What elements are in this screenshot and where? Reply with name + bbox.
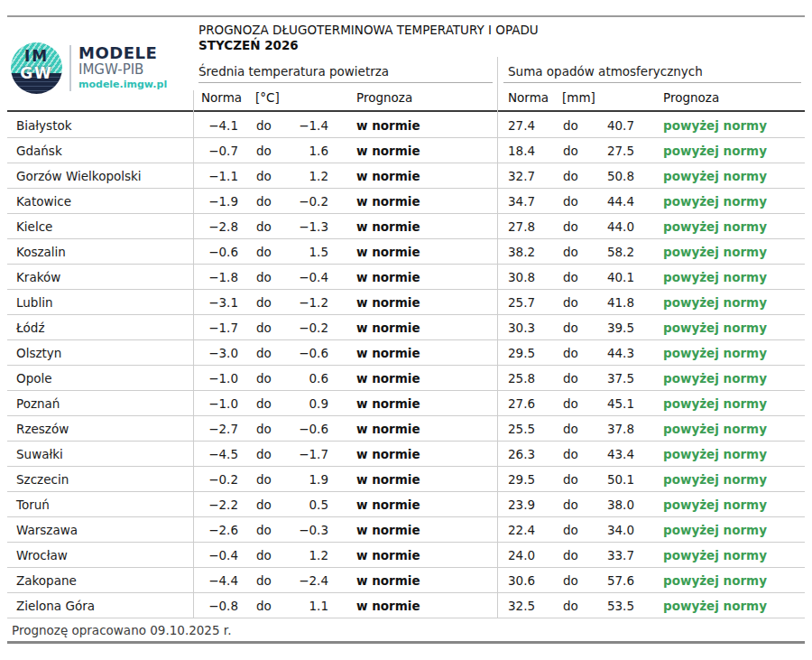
precip-norm-max: 53.5	[600, 599, 637, 613]
precip-norm-max: 45.1	[600, 396, 637, 411]
precip-norm-max: 37.8	[600, 422, 637, 436]
precip-norm-min: 23.9	[497, 497, 551, 512]
precip-norm-max: 43.4	[600, 447, 637, 461]
temp-norm-min: −0.2	[193, 472, 241, 487]
precip-group-underline	[503, 82, 801, 83]
temp-range-word: do	[241, 219, 289, 234]
precip-norm-max: 27.5	[600, 144, 637, 158]
precip-norm-min: 25.8	[497, 371, 551, 386]
temp-norm-min: −0.7	[193, 144, 241, 158]
city-label: Lublin	[7, 295, 193, 310]
temp-norm-min: −1.7	[193, 321, 241, 335]
temp-forecast-value: w normie	[331, 422, 497, 436]
city-label: Kraków	[7, 270, 193, 284]
precip-range-word: do	[551, 497, 600, 512]
forecast-table-body: Białystok −4.1 do −1.4 w normie 27.4 do …	[7, 113, 805, 618]
temp-norm-min: −3.1	[193, 295, 241, 310]
precip-norm-min: 32.5	[497, 599, 551, 613]
report-month: STYCZEŃ 2026	[198, 38, 299, 52]
precip-range-word: do	[551, 599, 600, 613]
precip-norm-min: 30.8	[497, 270, 551, 284]
temp-range-word: do	[241, 118, 289, 133]
precip-range-word: do	[551, 321, 600, 335]
temp-range-word: do	[241, 295, 289, 310]
temp-range-word: do	[241, 422, 289, 436]
city-label: Gdańsk	[7, 144, 193, 158]
city-label: Poznań	[7, 396, 193, 411]
temp-norm-max: 1.9	[289, 472, 331, 487]
temp-range-word: do	[241, 472, 289, 487]
temp-norm-max: 1.2	[289, 548, 331, 562]
temp-forecast-value: w normie	[331, 371, 497, 386]
temp-range-word: do	[241, 523, 289, 537]
temp-unit-header: [°C]	[255, 90, 280, 105]
temp-norm-max: −0.6	[289, 422, 331, 436]
precip-range-word: do	[551, 396, 600, 411]
precip-group-header: Suma opadów atmosferycznych	[508, 64, 703, 79]
precip-norm-min: 29.5	[497, 346, 551, 360]
city-label: Szczecin	[7, 472, 193, 487]
city-label: Koszalin	[7, 245, 193, 259]
precip-range-word: do	[551, 144, 600, 158]
temp-forecast-value: w normie	[331, 599, 497, 613]
logo-divider	[69, 45, 71, 91]
precip-norm-max: 40.1	[600, 270, 637, 284]
precip-norm-min: 27.4	[497, 118, 551, 133]
precip-range-word: do	[551, 245, 600, 259]
city-label: Białystok	[7, 118, 193, 133]
table-row: Suwałki −4.5 do −1.7 w normie 26.3 do 43…	[7, 442, 805, 467]
table-row: Szczecin −0.2 do 1.9 w normie 29.5 do 50…	[7, 467, 805, 492]
precip-norm-max: 38.0	[600, 497, 637, 512]
temp-range-word: do	[241, 270, 289, 284]
temp-norm-min: −1.0	[193, 396, 241, 411]
temp-forecast-value: w normie	[331, 548, 497, 562]
temp-norm-min: −4.1	[193, 118, 241, 133]
temp-norm-min: −2.7	[193, 422, 241, 436]
precip-norm-max: 50.1	[600, 472, 637, 487]
temp-norm-max: 1.6	[289, 144, 331, 158]
precip-range-word: do	[551, 573, 600, 588]
precip-norm-max: 39.5	[600, 321, 637, 335]
temp-range-word: do	[241, 194, 289, 209]
city-label: Wrocław	[7, 548, 193, 562]
report-title: PROGNOZA DŁUGOTERMINOWA TEMPERATURY I OP…	[198, 23, 539, 37]
temp-forecast-value: w normie	[331, 497, 497, 512]
precip-range-word: do	[551, 548, 600, 562]
temp-norm-max: −1.4	[289, 118, 331, 133]
temp-forecast-value: w normie	[331, 396, 497, 411]
table-row: Gdańsk −0.7 do 1.6 w normie 18.4 do 27.5…	[7, 138, 805, 163]
precip-norm-max: 40.7	[600, 118, 637, 133]
precip-forecast-value: powyżej normy	[637, 523, 805, 537]
table-row: Warszawa −2.6 do −0.3 w normie 22.4 do 3…	[7, 517, 805, 543]
precip-norm-min: 32.7	[497, 169, 551, 183]
forecast-report: IM GW MODELE IMGW-PIB modele.imgw.pl PRO…	[0, 0, 812, 660]
table-row: Toruń −2.2 do 0.5 w normie 23.9 do 38.0 …	[7, 492, 805, 517]
precip-norm-max: 44.4	[600, 194, 637, 209]
table-row: Koszalin −0.6 do 1.5 w normie 38.2 do 58…	[7, 239, 805, 265]
temp-forecast-value: w normie	[331, 270, 497, 284]
header-separator-rule	[7, 110, 805, 112]
logo-brand-sub: IMGW-PIB	[78, 61, 143, 78]
temp-group-header: Średnia temperatura powietrza	[198, 64, 389, 79]
temp-norm-min: −1.8	[193, 270, 241, 284]
table-row: Olsztyn −3.0 do −0.6 w normie 29.5 do 44…	[7, 340, 805, 366]
precip-forecast-value: powyżej normy	[637, 144, 805, 158]
city-label: Katowice	[7, 194, 193, 209]
table-row: Katowice −1.9 do −0.2 w normie 34.7 do 4…	[7, 189, 805, 214]
precip-norm-max: 37.5	[600, 371, 637, 386]
temp-norm-min: −3.0	[193, 346, 241, 360]
table-row: Kielce −2.8 do −1.3 w normie 27.8 do 44.…	[7, 214, 805, 239]
city-label: Gorzów Wielkopolski	[7, 169, 193, 183]
temp-range-word: do	[241, 371, 289, 386]
temp-group-underline	[198, 82, 493, 83]
city-label: Zakopane	[7, 573, 193, 588]
temp-norm-max: −2.4	[289, 573, 331, 588]
precip-range-word: do	[551, 295, 600, 310]
temp-norm-max: −0.6	[289, 346, 331, 360]
precip-norm-min: 22.4	[497, 523, 551, 537]
temp-norm-max: 1.1	[289, 599, 331, 613]
temp-forecast-value: w normie	[331, 295, 497, 310]
temp-norm-min: −0.4	[193, 548, 241, 562]
temp-range-word: do	[241, 346, 289, 360]
city-label: Olsztyn	[7, 346, 193, 360]
